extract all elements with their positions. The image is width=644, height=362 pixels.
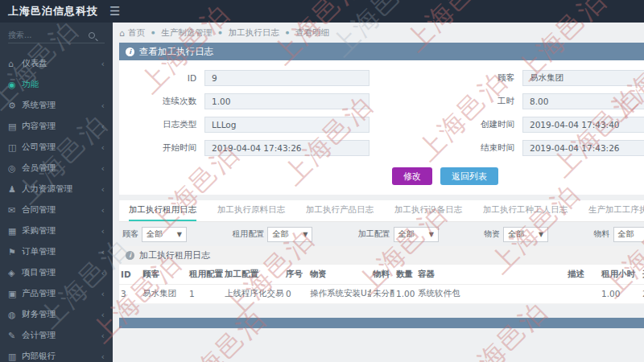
sidebar-item-orders[interactable]: ⚑订单管理 [0,241,113,262]
sidebar-item-accounting[interactable]: ✎会计管理 [0,325,113,346]
finance-icon: ◍ [8,310,22,320]
filter-customer-select[interactable]: 全部▼ [142,227,187,242]
tab-process-log[interactable]: 生产加工工序执行日志 [588,200,644,221]
sidebar-item-products[interactable]: ▣产品管理 [0,283,113,304]
home-icon: ⌂ [8,59,22,69]
customer-select[interactable]: 易水集团▼ [522,70,644,86]
gear-icon: ⚙ [8,101,22,111]
table-header-row: ID 顾客 租用配置 加工配置 序号 物资 物料 数量 容器 描述 租用小时 开… [119,265,644,284]
created-time-field[interactable]: 2019-04-04 17:43:40 [522,117,644,133]
detail-panel-header: i 查看加工执行日志 [119,43,644,60]
cell-goods: 操作系统安装U盘 [308,284,371,303]
next-panel-header [119,318,644,328]
col-customer: 顾客 [141,265,188,284]
end-time-field[interactable]: 2019-04-04 17:43:26 [522,140,644,156]
sidebar-item-functions[interactable]: ◉功能 [0,74,113,95]
cell-quantity: 1.00 [394,284,416,303]
sidebar-item-label: 项目管理 [22,267,56,278]
sidebar-item-system[interactable]: ⚙系统管理 [0,95,113,116]
breadcrumb-execution-log[interactable]: 加工执行日志 [212,27,279,39]
sidebar-item-internal-bank[interactable]: ▥内部银行 [0,346,113,362]
sidebar-item-label: 人力资源管理 [22,183,72,195]
home-icon: ⌂ [119,28,125,39]
table-panel-title: 加工执行租用日志 [139,249,210,261]
filter-process-config-label: 加工配置 [358,228,390,240]
sidebar-item-dashboard[interactable]: ⌂仪表盘 [0,53,113,74]
cell-start-time: 2019-04-04 17:43:26 [641,284,644,303]
filter-rental-config-label: 租用配置 [232,228,264,240]
times-field[interactable]: 1.00 [204,93,369,109]
col-id: ID [119,265,141,284]
breadcrumb: ⌂ 首页 生产制造管理 加工执行日志 查看明细 [119,26,644,40]
filter-value: 全部 [147,228,163,240]
cell-customer: 易水集团 [141,284,188,303]
info-icon: i [126,47,134,56]
company-icon: ◫ [8,142,22,153]
tab-material-log[interactable]: 加工执行原料日志 [217,200,285,221]
filter-value: 全部 [398,228,415,240]
search-input[interactable] [8,31,89,39]
col-quantity: 数量 [394,265,416,284]
layout: ⌂仪表盘 ◉功能 ⚙系统管理 ▤内容管理 ◫公司管理 ◎会员管理 ♟人力资源管理… [0,23,644,362]
sidebar-item-company[interactable]: ◫公司管理 [0,137,113,158]
filter-rental-config-select[interactable]: 全部▼ [267,227,312,242]
start-time-field[interactable]: 2019-04-04 17:43:26 [204,140,369,156]
tab-product-log[interactable]: 加工执行产品日志 [306,200,374,221]
app-title: 上海邑泊信息科技 [8,4,98,19]
topbar: 上海邑泊信息科技 ☰ [0,0,644,23]
sidebar-item-label: 系统管理 [22,100,56,111]
cell-process-config: 上线程序化交易 [223,284,284,303]
filter-bar: 顾客全部▼ 租用配置全部▼ 加工配置全部▼ 物资全部▼ 物料全部▼ 容器全部▼ [119,222,644,246]
sidebar-item-projects[interactable]: ◈项目管理 [0,262,113,283]
sidebar-item-contract[interactable]: ✉合同管理 [0,200,113,220]
log-type-field[interactable]: LLLog [204,117,369,133]
filter-goods-select[interactable]: 全部▼ [503,227,548,242]
cell-container: 系统软件包 [416,284,566,303]
sidebar-item-label: 仪表盘 [22,58,47,69]
sidebar-item-members[interactable]: ◎会员管理 [0,158,113,179]
hours-field[interactable]: 8.00 [522,93,644,109]
breadcrumb-home[interactable]: 首页 [128,27,145,39]
sidebar-item-content[interactable]: ▤内容管理 [0,116,113,137]
hours-label: 工时 [445,96,522,107]
created-time-label: 创建时间 [445,119,522,130]
cell-rental-config: 1 [188,284,223,303]
breadcrumb-production[interactable]: 生产制造管理 [145,27,212,39]
bank-icon: ▥ [8,352,22,362]
search-icon[interactable] [89,32,95,39]
hamburger-menu-icon[interactable]: ☰ [109,4,120,19]
col-process-config: 加工配置 [223,265,284,284]
table-panel-header: i 加工执行租用日志 [119,246,644,265]
filter-value: 全部 [272,228,288,240]
members-icon: ◎ [8,163,22,174]
tab-worker-log[interactable]: 加工执行工种工人日志 [483,200,568,221]
back-to-list-button[interactable]: 返回列表 [440,167,498,185]
col-material: 物料 [371,265,394,284]
col-seq: 序号 [284,265,308,284]
hr-icon: ♟ [8,184,22,195]
functions-icon: ◉ [8,80,22,90]
sidebar-item-procurement[interactable]: ▦采购管理 [0,220,113,241]
orders-icon: ⚑ [8,247,22,257]
detail-panel-body: ID9 顾客易水集团▼ 连续次数1.00 工时8.00 日志类型LLLog 创建… [119,60,644,195]
sidebar-item-finance[interactable]: ◍财务管理 [0,304,113,325]
col-goods: 物资 [308,265,371,284]
filter-process-config-select[interactable]: 全部▼ [394,227,439,242]
sidebar-item-hr[interactable]: ♟人力资源管理 [0,179,113,200]
filter-material-select[interactable]: 全部▼ [613,227,644,242]
cell-description [566,284,600,303]
tab-rental-log[interactable]: 加工执行租用日志 [129,200,196,221]
sidebar: ⌂仪表盘 ◉功能 ⚙系统管理 ▤内容管理 ◫公司管理 ◎会员管理 ♟人力资源管理… [0,23,113,362]
chevron-down-icon: ▼ [303,231,308,238]
sidebar-item-label: 内部银行 [22,351,56,362]
sidebar-item-label: 会计管理 [22,330,56,341]
filter-goods-label: 物资 [484,228,500,240]
content-icon: ▤ [8,121,22,132]
modify-button[interactable]: 修改 [392,167,432,185]
id-label: ID [127,73,204,83]
tab-equipment-log[interactable]: 加工执行设备日志 [394,200,462,221]
products-icon: ▣ [8,289,22,299]
sidebar-item-label: 会员管理 [22,162,56,174]
times-label: 连续次数 [127,96,204,107]
id-field[interactable]: 9 [204,70,369,86]
